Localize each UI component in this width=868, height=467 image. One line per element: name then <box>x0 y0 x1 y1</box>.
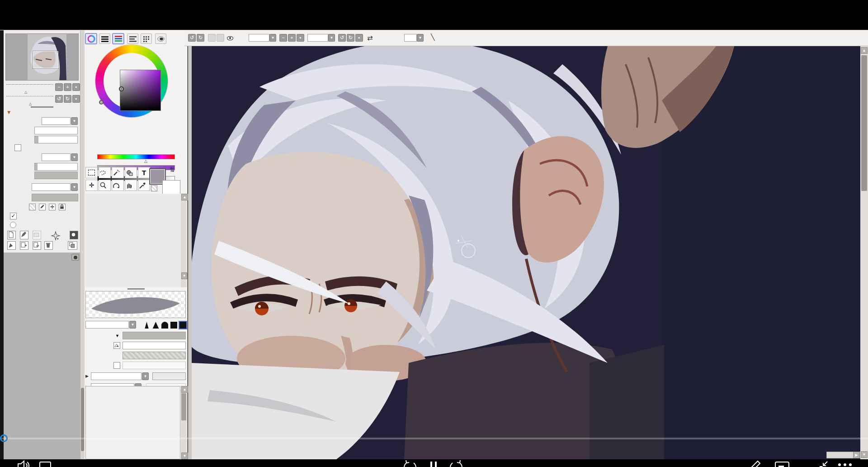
navigator-preview[interactable] <box>5 33 79 81</box>
tip-shape-spike[interactable] <box>143 322 150 329</box>
move-tool[interactable]: ✛ <box>85 180 98 191</box>
swap-colors-icon[interactable]: ⇅ <box>170 166 175 173</box>
min-density-slider[interactable] <box>123 362 186 369</box>
pip-icon[interactable] <box>775 462 789 467</box>
selection-source-radio[interactable] <box>10 222 16 228</box>
hue-ring-marker[interactable] <box>99 100 104 105</box>
line-tool-icon[interactable]: ╲ <box>431 33 434 41</box>
density-slider[interactable] <box>123 352 186 359</box>
panel-divider-handle[interactable] <box>31 106 53 108</box>
canvas-angle-dropdown[interactable]: ▼ <box>328 34 335 42</box>
edit-notes-icon[interactable] <box>749 460 761 467</box>
effect-strength-slider[interactable] <box>34 172 78 179</box>
expand-arrow-icon[interactable]: ▶ <box>85 374 89 378</box>
secondary-color-swatch[interactable] <box>162 180 180 195</box>
paper-scale-slider[interactable] <box>34 136 78 143</box>
rotate-cw-button[interactable]: ↻ <box>347 34 354 42</box>
canvas-vertical-scrollbar[interactable]: ▲ ▼ <box>860 46 868 459</box>
eyedropper-tool[interactable] <box>138 180 150 191</box>
lock-move-button[interactable]: ✛ <box>49 204 56 210</box>
blend-mode-select[interactable] <box>32 183 71 191</box>
progress-track[interactable] <box>0 438 868 439</box>
stabilizer-value[interactable] <box>404 34 417 42</box>
redo-button[interactable]: ↻ <box>197 34 204 42</box>
nav-angle-slider-marker[interactable]: △ <box>29 102 32 106</box>
canvas-viewport[interactable] <box>192 46 860 459</box>
special-effect-dropdown[interactable]: ▼ <box>71 153 78 161</box>
forward-30-button[interactable] <box>448 460 464 467</box>
min-density-checkbox[interactable] <box>113 362 120 369</box>
undo-button[interactable]: ↺ <box>188 34 196 42</box>
nav-rotate-cw-button[interactable]: ↻ <box>64 95 71 103</box>
nav-zoom-out-button[interactable]: − <box>55 83 63 91</box>
scratchpad-tab[interactable] <box>155 33 166 44</box>
nav-zoom-reset-button[interactable]: ▪ <box>72 83 80 91</box>
min-size-slider[interactable] <box>123 342 186 349</box>
merge-down-button[interactable] <box>68 241 77 250</box>
nav-rotate-ccw-button[interactable]: ↺ <box>55 95 63 103</box>
size-scroll-down-button[interactable]: ▼ <box>181 453 188 459</box>
sv-picker-cursor[interactable] <box>119 86 124 91</box>
tip-shape-dome[interactable] <box>161 322 168 329</box>
delete-layer-button[interactable] <box>44 241 53 250</box>
canvas-angle-value[interactable] <box>307 34 328 42</box>
zoom-out-button[interactable]: − <box>279 34 287 42</box>
lock-all-button[interactable] <box>59 204 66 210</box>
opacity-slider[interactable] <box>32 194 78 201</box>
nav-angle-reset-button[interactable]: ▪ <box>72 95 80 103</box>
progress-handle[interactable] <box>0 434 8 442</box>
panel-divider[interactable] <box>188 30 192 459</box>
canvas-scroll-up-button[interactable]: ▲ <box>861 47 868 54</box>
more-options-icon[interactable] <box>837 462 853 467</box>
volume-icon[interactable] <box>16 460 30 467</box>
canvas-zoom-value[interactable] <box>249 34 269 42</box>
pause-button[interactable] <box>429 461 438 467</box>
copy-layer-button[interactable] <box>20 241 28 250</box>
min-size-pressure-button[interactable] <box>113 342 120 349</box>
brush-scroll-up-button[interactable]: ▲ <box>181 194 188 200</box>
zoom-in-button[interactable]: + <box>288 34 296 42</box>
effect-width-slider[interactable] <box>34 163 78 171</box>
select-pen-layer-button[interactable] <box>7 241 16 250</box>
rotate-view-tool[interactable] <box>112 180 124 191</box>
rotate-reset-button[interactable]: ▪ <box>355 34 363 42</box>
selection-visibility-icon[interactable] <box>227 36 233 40</box>
nav-zoom-slider-marker[interactable]: △ <box>24 90 27 94</box>
new-folder-button[interactable] <box>33 231 41 239</box>
size-unit-dropdown[interactable]: ▼ <box>115 334 119 338</box>
navigator-viewport-rect[interactable] <box>33 51 58 68</box>
brush-shape-dropdown[interactable]: ▼ <box>142 372 149 380</box>
paper-strength-slider[interactable] <box>34 127 78 134</box>
brush-blend-select[interactable] <box>85 321 129 329</box>
zoom-reset-button[interactable]: ▪ <box>297 34 304 42</box>
effects-section-header[interactable]: ▼ <box>6 110 11 115</box>
brush-size-slider[interactable] <box>123 332 186 339</box>
text-tool[interactable]: T <box>138 167 150 178</box>
subtitle-icon[interactable] <box>39 461 52 467</box>
lasso-tool[interactable] <box>99 167 111 178</box>
invert-selection-button[interactable] <box>217 34 224 42</box>
rewind-10-button[interactable] <box>402 460 418 467</box>
brush-shape-select[interactable] <box>91 372 142 380</box>
paper-texture-dropdown[interactable]: ▼ <box>71 117 78 125</box>
stabilizer-dropdown[interactable]: ▼ <box>417 34 424 42</box>
new-layer-button[interactable] <box>7 231 16 239</box>
lock-paint-button[interactable] <box>39 204 46 210</box>
layer-effects-toggle-button[interactable] <box>71 254 79 261</box>
select-color-tool[interactable] <box>125 167 137 178</box>
new-linework-layer-button[interactable] <box>20 231 28 239</box>
layer-list-scrollbar[interactable] <box>80 30 85 459</box>
deselect-button[interactable] <box>208 34 216 42</box>
mask-button[interactable] <box>70 231 78 239</box>
clipping-mask-checkbox[interactable]: ✓ <box>10 213 17 219</box>
transform-tool-icon[interactable]: ▾ <box>51 231 61 241</box>
lock-transparency-button[interactable] <box>29 204 36 210</box>
brush-dropdown-button[interactable]: ▼ <box>181 272 187 279</box>
tip-shape-triangle[interactable] <box>152 322 159 329</box>
sv-picker-square[interactable] <box>120 70 161 111</box>
blend-mode-dropdown[interactable]: ▼ <box>71 183 78 191</box>
canvas-scroll-right-button[interactable]: ▶ <box>853 452 860 458</box>
magic-wand-tool[interactable] <box>112 167 124 178</box>
video-progress-bar[interactable] <box>0 437 868 440</box>
hand-tool[interactable] <box>125 180 137 191</box>
